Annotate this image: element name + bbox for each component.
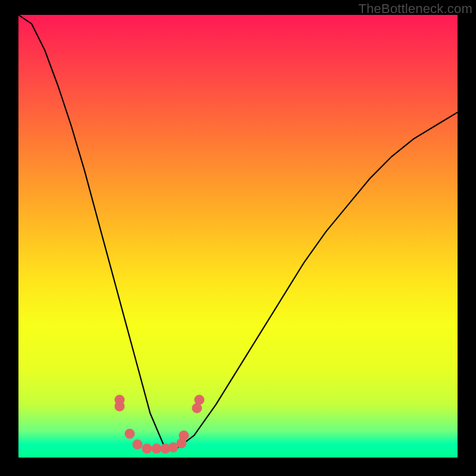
chart-frame: TheBottleneck.com (0, 0, 476, 476)
data-point (124, 428, 134, 439)
data-point (179, 430, 189, 440)
bottleneck-curve (18, 15, 458, 458)
data-point (114, 402, 124, 412)
data-point (151, 444, 161, 454)
data-point (142, 444, 152, 454)
data-point (195, 395, 205, 405)
plot-area (18, 15, 458, 458)
data-point (132, 439, 142, 449)
watermark-text: TheBottleneck.com (358, 1, 472, 17)
